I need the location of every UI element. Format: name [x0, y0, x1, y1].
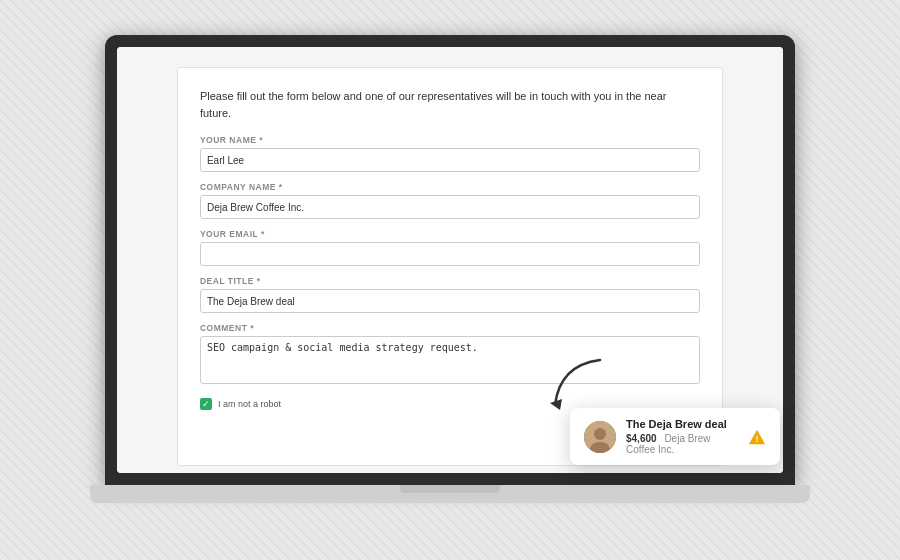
deal-card-title: The Deja Brew deal [626, 418, 738, 430]
deal-amount: $4,600 [626, 433, 657, 444]
webform-container: Please fill out the form below and one o… [177, 67, 723, 466]
name-input[interactable] [200, 148, 700, 172]
deal-card-subtitle: $4,600 Deja Brew Coffee Inc. [626, 433, 738, 455]
deal-info: The Deja Brew deal $4,600 Deja Brew Coff… [626, 418, 738, 455]
checkmark-icon: ✓ [202, 400, 210, 409]
comment-textarea[interactable]: SEO campaign & social media strategy req… [200, 336, 700, 384]
robot-checkbox[interactable]: ✓ [200, 398, 212, 410]
name-label: YOUR NAME * [200, 135, 700, 145]
deal-title-input[interactable] [200, 289, 700, 313]
deal-card: The Deja Brew deal $4,600 Deja Brew Coff… [570, 408, 780, 465]
email-input[interactable] [200, 242, 700, 266]
warning-icon: ! [748, 428, 766, 446]
deal-title-label: DEAL TITLE * [200, 276, 700, 286]
svg-text:!: ! [756, 434, 759, 444]
deal-title-field: DEAL TITLE * [200, 276, 700, 313]
laptop-container: Please fill out the form below and one o… [90, 35, 810, 525]
name-field: YOUR NAME * [200, 135, 700, 172]
email-label: YouR EMaIL * [200, 229, 700, 239]
avatar [584, 421, 616, 453]
comment-label: COMMENT * [200, 323, 700, 333]
robot-label: I am not a robot [218, 399, 281, 409]
avatar-image [584, 421, 616, 453]
laptop-base [90, 485, 810, 503]
form-description: Please fill out the form below and one o… [200, 88, 700, 121]
company-label: COMPANY NAME * [200, 182, 700, 192]
company-field: COMPANY NAME * [200, 182, 700, 219]
comment-field: COMMENT * SEO campaign & social media st… [200, 323, 700, 388]
email-field: YouR EMaIL * [200, 229, 700, 266]
company-input[interactable] [200, 195, 700, 219]
svg-point-2 [594, 428, 606, 440]
